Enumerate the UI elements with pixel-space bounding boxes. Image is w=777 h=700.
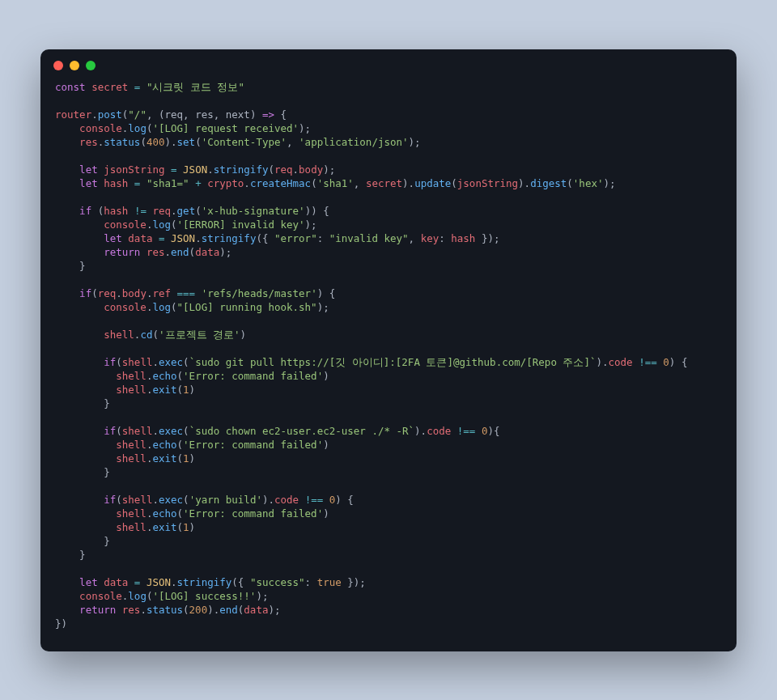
keyword-const: const [55,81,86,93]
string-refs-master: 'refs/heads/master' [202,287,317,299]
minimize-icon[interactable] [70,61,79,70]
number-200: 200 [189,604,208,616]
window-titlebar [40,49,737,77]
string-yarn-build: 'yarn build' [189,494,262,506]
method-post: post [98,108,122,121]
string-route: "/" [128,108,146,121]
number-400: 400 [146,136,165,148]
string-secret: "시크릿 코드 정보" [146,81,244,93]
string-log-error: '[ERROR] invalid key' [177,218,305,231]
string-log-request: '[LOG] request received' [152,122,299,134]
string-project-path: '프로젝트 경로' [159,329,240,341]
close-icon[interactable] [53,61,63,70]
code-window: const secret = "시크릿 코드 정보" router.post("… [40,49,737,651]
string-log-hook: "[LOG] running hook.sh" [177,301,317,313]
string-log-success: '[LOG] success!!' [152,590,256,602]
var-secret: secret [91,81,128,93]
maximize-icon[interactable] [86,61,96,70]
string-x-hub: 'x-hub-signature' [202,205,305,217]
string-chown: `sudo chown ec2-user.ec2-user ./* -R` [189,425,414,437]
string-git-pull: `sudo git pull https://[깃 아이디]:[2FA 토큰]@… [189,356,597,368]
var-router: router [55,108,91,121]
code-block: const secret = "시크릿 코드 정보" router.post("… [40,77,737,637]
